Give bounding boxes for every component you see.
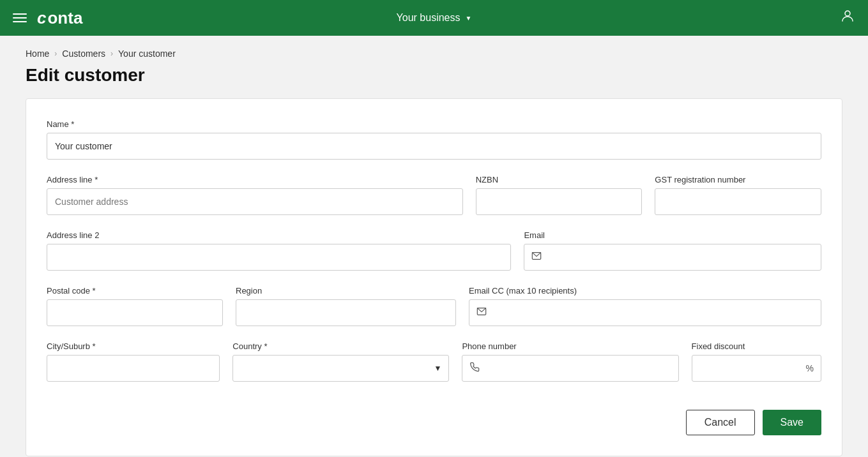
logo-text: c — [37, 8, 46, 28]
address1-row: Address line * NZBN GST registration num… — [47, 175, 821, 215]
country-select[interactable]: New Zealand Australia United Kingdom Uni… — [232, 355, 449, 382]
breadcrumb-separator-1: › — [54, 49, 57, 58]
postal-code-input[interactable] — [47, 299, 223, 326]
breadcrumb-separator-2: › — [110, 49, 113, 58]
email-cc-input[interactable] — [469, 299, 821, 326]
menu-icon[interactable] — [13, 13, 27, 22]
header: c onta Your business ▼ — [0, 0, 868, 36]
svg-point-0 — [845, 11, 850, 16]
email-label: Email — [524, 230, 821, 240]
breadcrumb: Home › Customers › Your customer — [0, 36, 868, 65]
fixed-discount-input-wrapper: % — [692, 355, 821, 382]
email-group: Email — [524, 230, 821, 271]
address-line1-input[interactable] — [47, 188, 463, 215]
address-line1-label: Address line * — [47, 175, 463, 184]
email-cc-group: Email CC (max 10 recipients) — [469, 286, 821, 326]
email-cc-label: Email CC (max 10 recipients) — [469, 286, 821, 296]
email-cc-input-wrapper — [469, 299, 821, 326]
city-label: City/Suburb * — [47, 341, 220, 351]
region-label: Region — [236, 286, 456, 296]
fixed-discount-group: Fixed discount % — [692, 341, 821, 382]
cancel-button[interactable]: Cancel — [686, 410, 755, 435]
edit-customer-form: Name * Address line * NZBN GST registrat… — [26, 98, 842, 456]
save-button[interactable]: Save — [763, 410, 821, 435]
postal-code-group: Postal code * — [47, 286, 223, 326]
logo: c onta — [37, 8, 82, 28]
phone-label: Phone number — [462, 341, 678, 351]
address-line2-label: Address line 2 — [47, 230, 511, 240]
city-row: City/Suburb * Country * New Zealand Aust… — [47, 341, 821, 382]
country-select-wrapper: New Zealand Australia United Kingdom Uni… — [232, 355, 449, 382]
page-title: Edit customer — [0, 65, 868, 98]
name-input[interactable] — [47, 133, 821, 160]
logo-text-rest: onta — [47, 8, 82, 28]
city-group: City/Suburb * — [47, 341, 220, 382]
fixed-discount-input[interactable] — [692, 355, 821, 382]
gst-input[interactable] — [655, 188, 821, 215]
phone-input-wrapper — [462, 355, 678, 382]
phone-input[interactable] — [462, 355, 678, 382]
email-input[interactable] — [524, 244, 821, 271]
business-selector[interactable]: Your business ▼ — [397, 12, 472, 24]
email-input-wrapper — [524, 244, 821, 271]
postal-row: Postal code * Region Email CC (max 10 re… — [47, 286, 821, 326]
user-profile-icon[interactable] — [840, 8, 855, 27]
region-input[interactable] — [236, 299, 456, 326]
address-line2-group: Address line 2 — [47, 230, 511, 271]
address-line2-input[interactable] — [47, 244, 511, 271]
postal-code-label: Postal code * — [47, 286, 223, 296]
gst-group: GST registration number — [655, 175, 821, 215]
name-group: Name * — [47, 119, 821, 160]
form-footer: Cancel Save — [47, 397, 821, 435]
region-group: Region — [236, 286, 456, 326]
name-row: Name * — [47, 119, 821, 160]
nzbn-group: NZBN — [476, 175, 643, 215]
fixed-discount-label: Fixed discount — [692, 341, 821, 351]
name-label: Name * — [47, 119, 821, 129]
breadcrumb-home[interactable]: Home — [26, 49, 49, 59]
nzbn-label: NZBN — [476, 175, 643, 184]
address2-row: Address line 2 Email — [47, 230, 821, 271]
country-group: Country * New Zealand Australia United K… — [232, 341, 449, 382]
breadcrumb-current: Your customer — [118, 49, 176, 59]
breadcrumb-customers[interactable]: Customers — [62, 49, 105, 59]
nzbn-input[interactable] — [476, 188, 643, 215]
gst-label: GST registration number — [655, 175, 821, 184]
business-name: Your business — [397, 12, 461, 24]
phone-group: Phone number — [462, 341, 678, 382]
country-label: Country * — [232, 341, 449, 351]
city-input[interactable] — [47, 355, 220, 382]
address-line1-group: Address line * — [47, 175, 463, 215]
business-dropdown-icon: ▼ — [466, 15, 472, 22]
